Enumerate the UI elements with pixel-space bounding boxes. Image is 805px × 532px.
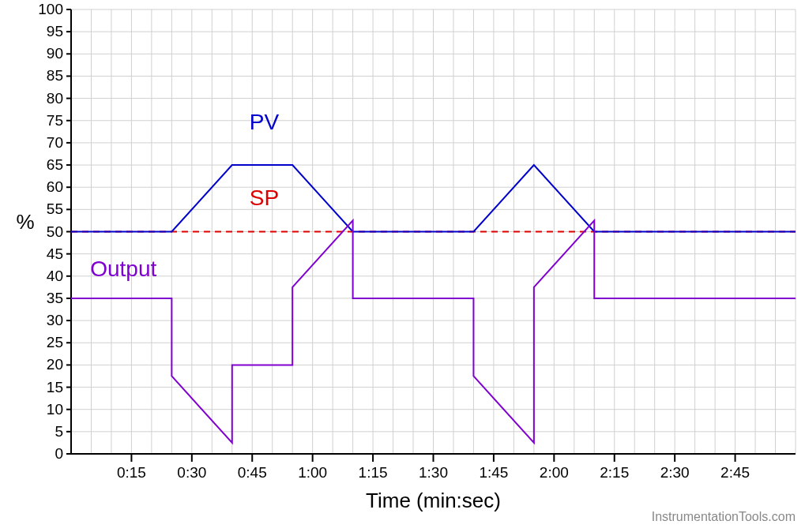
y-tick-label: 35 [47,290,63,306]
annotation-sp: SP [250,185,279,210]
x-tick-label: 1:15 [359,464,388,481]
x-tick-label: 0:30 [177,464,206,481]
y-tick-label: 40 [47,268,63,284]
y-tick-label: 10 [47,401,63,418]
y-tick-label: 100 [38,1,63,17]
y-tick-label: 60 [47,178,63,195]
y-tick-label: 30 [47,312,63,328]
x-tick-label: 1:45 [479,464,508,481]
x-tick-label: 2:00 [540,464,569,481]
annotation-output: Output [90,257,156,281]
y-axis-title: % [16,210,34,234]
chart-container: 0510152025303540455055606570758085909510… [0,0,805,532]
y-tick-label: 25 [47,334,63,350]
y-tick-label: 90 [47,45,63,62]
y-tick-label: 45 [47,245,63,262]
x-tick-label: 2:30 [660,464,690,481]
chart-svg: 0510152025303540455055606570758085909510… [0,0,805,532]
x-tick-label: 2:15 [600,464,629,481]
y-tick-label: 85 [47,67,63,84]
y-tick-label: 65 [47,156,63,173]
y-tick-label: 55 [47,200,63,217]
x-tick-label: 1:00 [298,464,327,481]
watermark: InstrumentationTools.com [652,510,796,523]
x-tick-label: 0:45 [238,464,267,481]
annotation-pv: PV [250,110,280,134]
y-tick-label: 0 [55,445,63,462]
y-tick-label: 5 [55,423,63,440]
labels: %Time (min:sec)PVSPOutputInstrumentation… [16,110,796,523]
y-tick-label: 20 [47,356,63,373]
x-tick-label: 0:15 [117,464,146,481]
y-tick-label: 50 [47,223,63,240]
y-tick-label: 80 [47,90,63,107]
y-tick-label: 70 [47,134,63,151]
y-tick-label: 15 [47,379,63,395]
y-tick-label: 75 [47,112,63,129]
x-axis-title: Time (min:sec) [366,489,501,512]
x-tick-label: 2:45 [720,464,750,481]
y-tick-label: 95 [47,23,63,39]
x-tick-label: 1:30 [419,464,448,481]
